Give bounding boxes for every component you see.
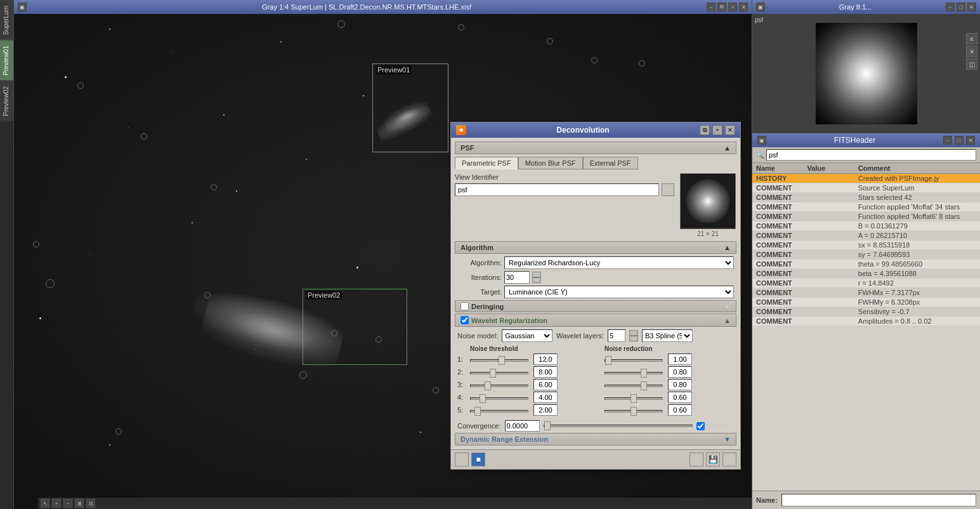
fits-table-row[interactable]: COMMENT Amplitudes = 0.8 .. 0.02 — [752, 317, 980, 326]
reduction-slider-4[interactable] — [604, 410, 663, 413]
sidebar-tab-preview02[interactable]: Preview02 — [0, 81, 13, 121]
fits-table-row[interactable]: COMMENT FWHMx = 7.3177px — [752, 288, 980, 298]
threshold-slider-2[interactable] — [470, 385, 528, 387]
threshold-value-1[interactable] — [533, 366, 558, 378]
iterations-down[interactable]: ▼ — [532, 277, 541, 283]
tab-external-psf[interactable]: External PSF — [583, 157, 638, 169]
wavelet-checkbox[interactable] — [461, 316, 469, 324]
tool-2[interactable]: + — [52, 499, 61, 508]
deringing-expand-icon[interactable]: ▼ — [724, 303, 731, 310]
stop-btn[interactable]: ■ — [471, 453, 485, 466]
fits-table-row[interactable]: COMMENT Function applied 'Moffat6' 8 sta… — [752, 212, 980, 221]
algorithm-collapse-arrow[interactable]: ▲ — [724, 244, 731, 251]
dynamic-range-section[interactable]: Dynamic Range Extension ▼ — [455, 433, 736, 446]
fits-table-row[interactable]: COMMENT Function applied 'Moffat' 34 sta… — [752, 202, 980, 212]
fits-table-row[interactable]: COMMENT B = 0.01361279 — [752, 221, 980, 231]
psf-icon-3[interactable]: ◫ — [966, 58, 977, 70]
gray8-max-btn[interactable]: □ — [957, 3, 965, 11]
tool-5[interactable]: ⊡ — [86, 499, 95, 508]
convergence-slider[interactable] — [544, 425, 693, 427]
psf-icon-2[interactable]: ✕ — [966, 46, 977, 57]
sidebar-tab-preview01[interactable]: Preview01 — [0, 40, 13, 81]
close-button[interactable]: ✕ — [739, 3, 748, 11]
minimize-button[interactable]: − — [707, 3, 715, 11]
iterations-up[interactable]: ▲ — [532, 272, 541, 277]
fits-table-row[interactable]: COMMENT theta = 99.48565660 — [752, 260, 980, 269]
save-btn[interactable]: 💾 — [706, 453, 720, 466]
tab-parametric-psf[interactable]: Parametric PSF — [455, 157, 518, 169]
threshold-slider-4[interactable] — [470, 410, 528, 413]
fits-table-row[interactable]: COMMENT sx = 8.85315918 — [752, 241, 980, 250]
reset-btn[interactable]: ↺ — [722, 453, 736, 466]
threshold-value-3[interactable] — [533, 392, 558, 403]
restore-button[interactable]: ⧉ — [717, 3, 726, 11]
fits-close-btn[interactable]: ✕ — [966, 136, 975, 145]
gray8-close-btn[interactable]: ✕ — [967, 3, 976, 11]
expand-btn1[interactable]: □ — [689, 453, 703, 466]
reduction-value-4[interactable] — [668, 404, 692, 416]
preview02-box[interactable]: Preview02 — [303, 289, 407, 365]
name-input[interactable] — [781, 494, 976, 506]
target-select[interactable]: Luminance (CIE Y) — [504, 286, 734, 298]
dialog-close-btn[interactable]: ✕ — [725, 125, 735, 135]
fits-table-row[interactable]: COMMENT sy = 7.64699593 — [752, 250, 980, 260]
disabled-checkbox[interactable] — [696, 422, 705, 430]
wavelet-collapse-arrow[interactable]: ▲ — [724, 317, 731, 324]
dialog-plus-btn[interactable]: + — [712, 125, 722, 135]
reduction-slider-1[interactable] — [604, 372, 663, 374]
fits-min-btn[interactable]: − — [943, 136, 952, 145]
maximize-button[interactable]: + — [728, 3, 737, 11]
threshold-slider-0[interactable] — [470, 359, 528, 362]
convergence-input[interactable] — [505, 420, 540, 432]
wavelet-layers-input[interactable] — [608, 329, 625, 342]
reduction-slider-2[interactable] — [604, 385, 663, 387]
threshold-slider-3[interactable] — [470, 397, 528, 400]
layer-num-1: 2: — [455, 366, 467, 378]
tool-3[interactable]: − — [63, 499, 72, 508]
fits-table-row[interactable]: HISTORY Created with PSFImage.jy — [752, 174, 980, 183]
deringing-checkbox[interactable] — [461, 302, 469, 310]
threshold-value-4[interactable] — [533, 404, 558, 416]
tool-4[interactable]: ⊞ — [75, 499, 84, 508]
fits-table-row[interactable]: COMMENT A = 0.26215710 — [752, 231, 980, 241]
fits-table-row[interactable]: COMMENT Source SuperLum — [752, 183, 980, 193]
reduction-value-0[interactable] — [668, 354, 692, 365]
wl-up[interactable]: ▲ — [629, 330, 638, 336]
gray8-min-btn[interactable]: − — [946, 3, 955, 11]
wavelet-layers-spinner[interactable]: ▲ ▼ — [629, 330, 638, 341]
reduction-value-2[interactable] — [668, 379, 692, 390]
iterations-input[interactable] — [504, 271, 530, 284]
fits-table-row[interactable]: COMMENT FWHMy = 6.3208px — [752, 298, 980, 307]
tab-motion-blur-psf[interactable]: Motion Blur PSF — [518, 157, 583, 169]
iterations-spinner[interactable]: ▲ ▼ — [532, 272, 541, 283]
noise-model-select[interactable]: Gaussian — [502, 329, 552, 342]
reduction-value-3[interactable] — [668, 392, 692, 403]
algorithm-section-header[interactable]: Algorithm ▲ — [455, 241, 736, 254]
dynamic-range-arrow[interactable]: ▼ — [724, 435, 731, 443]
threshold-slider-1[interactable] — [470, 372, 528, 374]
sidebar-tab-superlum[interactable]: SuperLum — [0, 0, 13, 40]
spline-select[interactable]: B3 Spline (5) — [642, 329, 693, 342]
view-id-browse-btn[interactable]: □ — [662, 183, 674, 196]
dialog-restore-btn[interactable]: ⧉ — [700, 125, 710, 135]
preview01-box[interactable]: Preview01 — [372, 63, 448, 152]
psf-collapse-arrow[interactable]: ▲ — [724, 144, 731, 152]
tool-1[interactable]: ↖ — [41, 499, 49, 508]
view-id-input[interactable] — [455, 183, 659, 196]
fits-table-row[interactable]: COMMENT Stars selected 42 — [752, 193, 980, 202]
threshold-value-2[interactable] — [533, 379, 558, 390]
wl-down[interactable]: ▼ — [629, 336, 638, 341]
psf-icon-1[interactable]: ≡ — [966, 33, 977, 44]
fits-table-row[interactable]: COMMENT beta = 4.39561088 — [752, 269, 980, 279]
algorithm-select[interactable]: Regularized Richardson-Lucy — [504, 256, 734, 269]
fits-search-input[interactable] — [766, 149, 976, 161]
fits-table-row[interactable]: COMMENT Sensitivity = -0.7 — [752, 307, 980, 317]
reduction-slider-3[interactable] — [604, 397, 663, 400]
threshold-value-0[interactable] — [533, 354, 558, 365]
cursor-tool-btn[interactable]: ↖ — [455, 453, 469, 466]
fits-table-row[interactable]: COMMENT r = 14.8492 — [752, 279, 980, 288]
psf-section-header[interactable]: PSF ▲ — [455, 142, 736, 154]
fits-max-btn[interactable]: □ — [955, 136, 964, 145]
reduction-value-1[interactable] — [668, 366, 692, 378]
reduction-slider-0[interactable] — [604, 359, 663, 362]
